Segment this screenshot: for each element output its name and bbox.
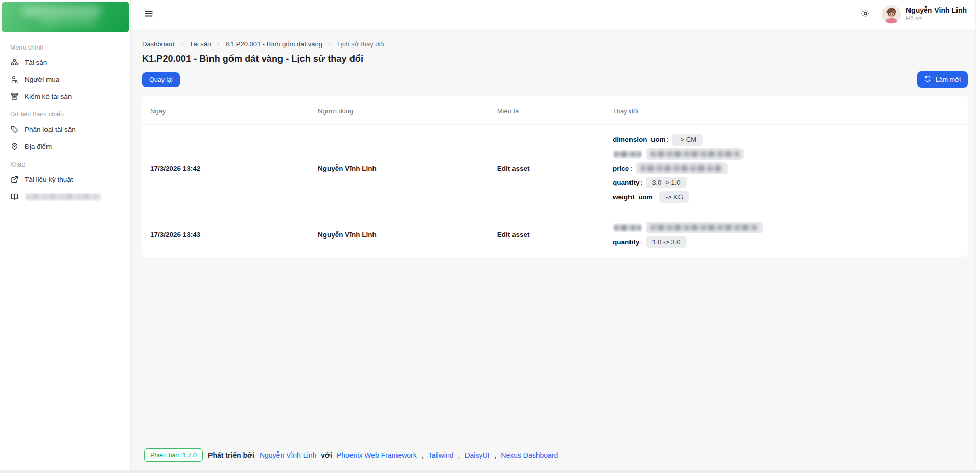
back-button-label: Quay lại	[149, 76, 173, 83]
redacted-sidebar-label	[25, 193, 102, 201]
column-header: Ngày	[142, 96, 310, 125]
change-details-cell: quantity:1.0 -> 3.0	[604, 212, 968, 257]
sun-icon	[860, 9, 870, 20]
changes-list: quantity:1.0 -> 3.0	[613, 219, 960, 250]
refresh-button-label: Làm mới	[936, 76, 961, 83]
sidebar-item-kiểm-kê-tài-sản[interactable]: Kiểm kê tài sản	[6, 88, 124, 105]
change-description: Edit asset	[489, 212, 604, 257]
logo-redacted-text	[22, 6, 101, 16]
version-badge: Phiên bản: 1.7.0	[144, 448, 203, 462]
app-logo[interactable]	[2, 2, 129, 32]
buyers-icon	[10, 75, 19, 84]
breadcrumb-item: Lịch sử thay đổi	[337, 40, 384, 48]
footer-link-daisyui[interactable]: DaisyUI	[464, 451, 489, 459]
change-description: Edit asset	[489, 125, 604, 212]
redacted-change-value	[636, 162, 728, 174]
external-link-icon	[10, 175, 19, 184]
change-entry: quantity:3.0 -> 1.0	[613, 177, 960, 188]
footer-link-nexus-dashboard[interactable]: Nexus Dashboard	[501, 451, 558, 459]
change-details-cell: dimension_uom:-> CMprice:quantity:3.0 ->…	[604, 125, 968, 212]
book-icon	[10, 192, 19, 201]
header-right-cluster: Nguyễn Vĩnh Linh Hồ sơ	[856, 5, 967, 24]
user-name: Nguyễn Vĩnh Linh	[906, 6, 967, 15]
back-button[interactable]: Quay lại	[142, 72, 180, 87]
change-entry	[613, 148, 960, 160]
column-header: Thay đổi	[604, 96, 968, 125]
page-footer: Phiên bản: 1.7.0 Phát triển bởi Nguyễn V…	[142, 443, 968, 468]
change-key: quantity	[613, 238, 640, 246]
table-row: 17/3/2026 13:43Nguyễn Vĩnh LinhEdit asse…	[142, 212, 968, 257]
sidebar-section-label: Menu chính	[6, 38, 124, 54]
sidebar-nav: Menu chínhTài sảnNgười muaKiểm kê tài sả…	[0, 35, 130, 208]
table-row: 17/3/2026 13:42Nguyễn Vĩnh LinhEdit asse…	[142, 125, 968, 212]
breadcrumb-item[interactable]: Tài sản	[190, 40, 212, 48]
change-entry: quantity:1.0 -> 3.0	[613, 236, 960, 248]
sidebar-item-label: Người mua	[25, 76, 59, 83]
redacted-change-key	[613, 150, 642, 159]
theme-toggle-button[interactable]	[856, 6, 874, 23]
sidebar-item-tài-liệu-kỹ-thuật[interactable]: Tài liệu kỹ thuật	[6, 171, 124, 188]
change-entry: dimension_uom:-> CM	[613, 134, 960, 146]
change-user: Nguyễn Vĩnh Linh	[310, 212, 489, 257]
breadcrumb-item[interactable]: Dashboard	[142, 40, 175, 48]
footer-link-phoenix-web-framework[interactable]: Phoenix Web Framework	[337, 451, 417, 459]
page-title: K1.P20.001 - Bình gốm dát vàng - Lịch sử…	[142, 54, 968, 64]
breadcrumb: DashboardTài sảnK1.P20.001 - Bình gốm dá…	[142, 40, 968, 48]
change-entry: price:	[613, 162, 960, 174]
chevron-right-icon	[216, 41, 221, 47]
page-content: DashboardTài sảnK1.P20.001 - Bình gốm dá…	[131, 29, 980, 473]
change-key: weight_uom	[613, 193, 653, 201]
change-value-badge: 3.0 -> 1.0	[646, 177, 686, 188]
footer-with-text: với	[321, 451, 332, 459]
redacted-change-key	[613, 223, 642, 232]
footer-link-tailwind[interactable]: Tailwind	[428, 451, 454, 459]
change-key: price	[613, 164, 629, 172]
scrollbar-track[interactable]	[975, 0, 980, 470]
window-bottom-edge	[0, 470, 980, 473]
footer-developed-by-text: Phát triển bởi	[208, 451, 254, 459]
change-value-badge: -> KG	[659, 191, 689, 203]
sidebar-item-địa-điểm[interactable]: Địa điểm	[6, 138, 124, 155]
column-header: Miêu tả	[489, 96, 604, 125]
sidebar-item-label: Tài liệu kỹ thuật	[25, 176, 73, 183]
sidebar-section-label: Dữ liệu tham chiếu	[6, 105, 124, 121]
location-pin-icon	[10, 142, 19, 151]
change-key: quantity	[613, 179, 640, 186]
sidebar-item-redacted[interactable]	[6, 188, 124, 205]
sidebar-item-tài-sản[interactable]: Tài sản	[6, 54, 124, 71]
footer-links: Nguyễn Vĩnh LinhvớiPhoenix Web Framework…	[260, 451, 558, 459]
change-user: Nguyễn Vĩnh Linh	[310, 125, 489, 212]
chevron-right-icon	[327, 41, 333, 47]
redacted-change-value	[646, 222, 763, 233]
change-key: dimension_uom	[613, 136, 666, 144]
hamburger-menu-button[interactable]	[140, 6, 157, 23]
refresh-button[interactable]: Làm mới	[917, 71, 968, 88]
refresh-icon	[924, 75, 931, 84]
change-date: 17/3/2026 13:42	[142, 125, 310, 212]
sidebar-item-người-mua[interactable]: Người mua	[6, 71, 124, 88]
history-table-card: NgàyNgười dùngMiêu tảThay đổi 17/3/2026 …	[142, 96, 968, 257]
user-menu[interactable]: Nguyễn Vĩnh Linh Hồ sơ	[882, 5, 967, 24]
main-area: Nguyễn Vĩnh Linh Hồ sơ DashboardTài sảnK…	[131, 0, 980, 473]
sidebar-section-label: Khác	[6, 155, 124, 171]
change-date: 17/3/2026 13:43	[142, 212, 310, 257]
changes-list: dimension_uom:-> CMprice:quantity:3.0 ->…	[613, 131, 960, 205]
sidebar-item-label: Phân loại tài sản	[25, 126, 76, 133]
app-window: Menu chínhTài sảnNgười muaKiểm kê tài sả…	[0, 0, 980, 473]
footer-developer-link[interactable]: Nguyễn Vĩnh Linh	[260, 451, 316, 459]
change-entry	[613, 222, 960, 233]
logo-redacted-text-2	[40, 17, 97, 25]
assets-icon	[10, 58, 19, 67]
column-header: Người dùng	[310, 96, 489, 125]
sidebar-item-phân-loại-tài-sản[interactable]: Phân loại tài sản	[6, 121, 124, 138]
user-profile-link[interactable]: Hồ sơ	[906, 15, 967, 22]
sidebar: Menu chínhTài sảnNgười muaKiểm kê tài sả…	[0, 0, 131, 473]
change-value-badge: 1.0 -> 3.0	[646, 236, 686, 248]
actions-row: Quay lại Làm mới	[142, 71, 968, 88]
avatar	[882, 5, 901, 24]
sidebar-item-label: Tài sản	[25, 59, 47, 66]
sidebar-item-label: Địa điểm	[25, 143, 52, 150]
top-header: Nguyễn Vĩnh Linh Hồ sơ	[131, 0, 980, 29]
breadcrumb-item[interactable]: K1.P20.001 - Bình gốm dát vàng	[226, 40, 322, 48]
redacted-change-value	[646, 148, 744, 160]
